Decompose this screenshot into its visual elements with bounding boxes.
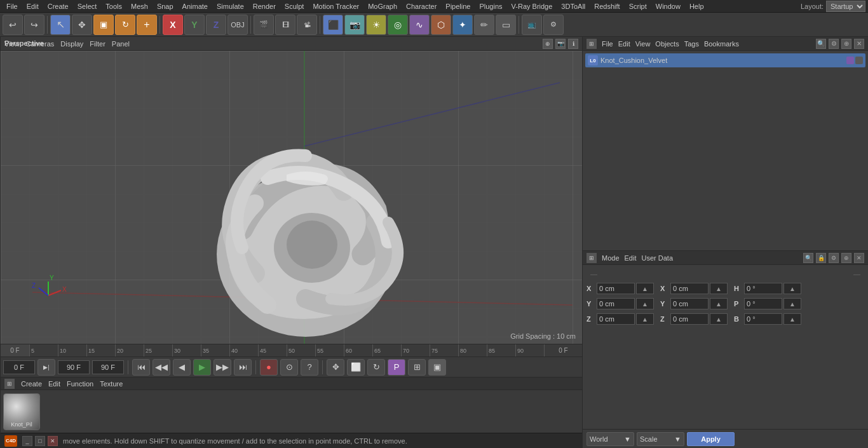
material-swatch[interactable]: Knot_Pil [3,393,40,430]
transport-4-button[interactable]: P [388,359,405,376]
attr-lock-button[interactable]: 🔒 [816,253,826,263]
p-rot-input[interactable] [744,298,782,309]
menu-script[interactable]: Script [625,1,651,11]
rotate-tool-button[interactable]: ↻ [115,15,135,35]
transport-5-button[interactable]: ⊞ [408,359,426,376]
x-size-arrow[interactable]: ▲ [710,283,728,294]
world-dropdown[interactable]: World ▼ [587,432,634,446]
z-pos-arrow[interactable]: ▲ [636,313,654,325]
attr-search-button[interactable]: 🔍 [803,253,813,263]
menu-mesh[interactable]: Mesh [127,1,152,11]
y-pos-arrow[interactable]: ▲ [636,298,654,309]
attr-expand-button[interactable]: ⊕ [841,253,851,263]
transport-6-button[interactable]: ▣ [428,359,446,376]
viewport-display-menu[interactable]: Display [60,40,83,48]
close-button[interactable]: ✕ [48,436,58,446]
redo-button[interactable]: ↪ [24,15,44,35]
minimize-button[interactable]: _ [22,436,32,446]
box-tool-button[interactable]: ▣ [93,15,114,35]
apply-button[interactable]: Apply [687,432,735,446]
transport-1-button[interactable]: ✥ [327,359,344,376]
effector-button[interactable]: ✦ [452,15,473,35]
draw-button[interactable]: ✏ [474,15,494,35]
layout-select[interactable]: Startup [826,1,865,12]
start-frame-input[interactable] [3,360,35,374]
menu-select[interactable]: Select [74,1,101,11]
material-function-menu[interactable]: Function [67,380,93,388]
menu-render[interactable]: Render [249,1,280,11]
viewport-panel-menu[interactable]: Panel [112,40,130,48]
cube-primitive-button[interactable]: ⬛ [323,15,343,35]
menu-create[interactable]: Create [44,1,72,11]
h-rot-input[interactable] [744,283,782,294]
axis-y-button[interactable]: Y [184,15,205,35]
obj-edit-menu[interactable]: Edit [618,40,630,48]
y-pos-input[interactable] [597,298,635,309]
loop-button[interactable]: ⊙ [280,359,298,376]
attr-mode-menu[interactable]: Mode [602,254,620,262]
play-back-button[interactable]: ◀ [173,359,191,376]
record-button[interactable]: ● [260,359,278,376]
deform-button[interactable]: ⬡ [431,15,451,35]
go-to-start-button[interactable]: ⏮ [132,359,150,376]
step-forward-button[interactable]: ▶▶ [214,359,231,376]
z-pos-input[interactable] [597,313,635,325]
obj-expand-button[interactable]: ⊕ [841,39,851,49]
light-button[interactable]: ☀ [366,15,386,35]
menu-animate[interactable]: Animate [179,1,212,11]
render-settings-button[interactable]: ⚙ [543,15,564,35]
axis-x-button[interactable]: X [163,15,183,35]
menu-snap[interactable]: Snap [153,1,177,11]
frame-cam-button[interactable]: 📽 [297,15,317,35]
obj-bookmarks-menu[interactable]: Bookmarks [704,40,739,48]
material-edit-menu[interactable]: Edit [48,380,60,388]
obj-close-button[interactable]: ✕ [854,39,864,49]
move-tool-button[interactable]: ✥ [72,15,92,35]
nurbs-button[interactable]: ◎ [388,15,408,35]
maximize-button[interactable]: □ [35,436,45,446]
x-size-input[interactable] [670,283,709,294]
axis-z-button[interactable]: Z [206,15,226,35]
menu-help[interactable]: Help [686,1,708,11]
obj-objects-menu[interactable]: Objects [655,40,679,48]
y-size-input[interactable] [670,298,709,309]
x-pos-arrow[interactable]: ▲ [636,283,654,294]
scale-dropdown[interactable]: Scale ▼ [637,432,684,446]
z-size-input[interactable] [670,313,709,325]
transport-3-button[interactable]: ↻ [367,359,385,376]
menu-pipeline[interactable]: Pipeline [442,1,474,11]
z-size-arrow[interactable]: ▲ [710,313,728,325]
frame-all-button[interactable]: 🎬 [254,15,274,35]
obj-view-menu[interactable]: View [635,40,651,48]
alt-end-frame-input[interactable] [92,360,124,374]
attr-settings-button[interactable]: ⚙ [829,253,839,263]
search-button[interactable]: 🔍 [816,39,826,49]
transport-2-button[interactable]: ⬜ [347,359,365,376]
viewport-camera-button[interactable]: 📷 [555,39,566,49]
obj-file-menu[interactable]: File [602,40,613,48]
menu-redshift[interactable]: Redshift [590,1,623,11]
menu-vray[interactable]: V-Ray Bridge [508,1,557,11]
material-create-menu[interactable]: Create [21,380,42,388]
obj-tag-gray[interactable] [855,57,863,64]
obj-tags-menu[interactable]: Tags [684,40,699,48]
h-rot-arrow[interactable]: ▲ [783,283,801,294]
render-view-button[interactable]: 📺 [522,15,542,35]
obj-settings-button[interactable]: ⚙ [829,39,839,49]
scale-add-button[interactable]: + [137,15,157,35]
obj-tag-purple[interactable] [846,57,854,64]
material-panel-icon[interactable]: ⊞ [4,379,15,389]
attr-userdata-menu[interactable]: User Data [642,254,674,262]
camera-button[interactable]: 📷 [344,15,365,35]
viewport-canvas[interactable]: X Y Z [1,51,582,344]
help-button[interactable]: ? [301,359,318,376]
y-size-arrow[interactable]: ▲ [710,298,728,309]
next-frame-button[interactable]: ▶| [37,359,55,376]
menu-window[interactable]: Window [652,1,684,11]
material-texture-menu[interactable]: Texture [100,380,123,388]
frame-sel-button[interactable]: 🎞 [275,15,295,35]
undo-button[interactable]: ↩ [3,15,23,35]
viewport-info-button[interactable]: ℹ [568,39,578,49]
timeline-ticks-container[interactable]: 0 5 10 15 20 25 30 35 40 45 50 55 60 65 … [1,344,544,356]
object-button[interactable]: OBJ [227,15,248,35]
